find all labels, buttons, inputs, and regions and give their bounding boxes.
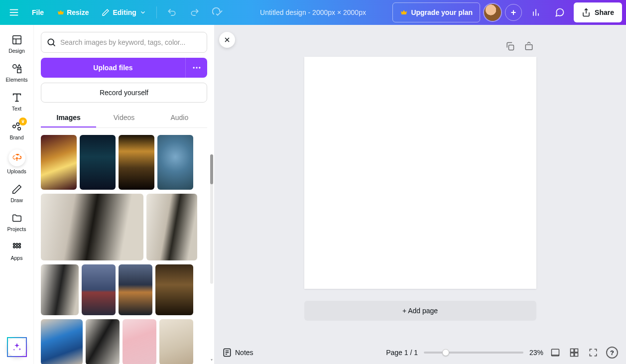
resize-button[interactable]: Resize — [52, 2, 94, 22]
topbar: File Resize Editing Untitled design - 20… — [0, 0, 626, 25]
upload-thumbnail[interactable] — [155, 264, 193, 315]
share-label: Share — [595, 8, 614, 16]
upload-thumbnail[interactable] — [41, 319, 83, 364]
expand-up-icon — [524, 41, 534, 51]
upload-thumbnail[interactable] — [146, 194, 197, 260]
nav-uploads[interactable]: Uploads — [2, 146, 32, 177]
upload-thumbnail[interactable] — [119, 264, 152, 315]
undo-button[interactable] — [162, 2, 182, 22]
svg-line-25 — [53, 44, 55, 46]
upload-thumbnail[interactable] — [159, 319, 193, 364]
search-input[interactable] — [60, 38, 202, 46]
svg-point-22 — [16, 246, 18, 248]
nav-projects[interactable]: Projects — [2, 209, 32, 235]
main-area: Design Elements Text ♛ Brand Uploads Dra… — [0, 25, 626, 364]
svg-rect-40 — [575, 349, 578, 353]
record-yourself-button[interactable]: Record yourself — [41, 83, 207, 103]
svg-point-27 — [196, 67, 197, 68]
svg-point-24 — [48, 39, 54, 45]
pencil-icon — [11, 184, 22, 195]
canvas-stage — [304, 57, 536, 289]
add-collaborator-button[interactable]: + — [505, 4, 522, 21]
avatar[interactable] — [484, 4, 501, 21]
zoom-slider-thumb[interactable] — [442, 349, 449, 356]
upload-thumbnail[interactable] — [82, 264, 116, 315]
folder-icon — [11, 213, 22, 224]
fullscreen-button[interactable] — [587, 347, 599, 359]
add-page-button[interactable]: + Add page — [304, 301, 536, 321]
chevron-down-icon — [139, 9, 146, 16]
zoom-slider[interactable] — [424, 352, 523, 354]
uploads-panel: Upload files Record yourself Images Vide… — [34, 25, 214, 364]
nav-text[interactable]: Text — [2, 89, 32, 115]
fullscreen-icon — [588, 348, 598, 358]
editing-mode-button[interactable]: Editing — [97, 2, 151, 22]
chat-bubble-icon — [555, 7, 565, 17]
plus-icon: + — [511, 7, 516, 18]
grid-view-button[interactable] — [568, 347, 580, 359]
gallery-row — [41, 194, 207, 260]
page-indicator[interactable]: Page 1 / 1 — [386, 349, 418, 357]
page-view-button[interactable] — [549, 347, 561, 359]
zoom-percentage[interactable]: 23% — [529, 349, 543, 357]
upgrade-label: Upgrade your plan — [411, 8, 473, 16]
text-icon — [11, 92, 22, 103]
upload-row: Upload files — [41, 58, 207, 78]
svg-point-19 — [16, 243, 18, 245]
help-button[interactable]: ? — [606, 347, 618, 359]
add-page-label: + Add page — [402, 307, 438, 315]
document-title[interactable]: Untitled design - 2000px × 2000px — [260, 8, 366, 16]
nav-draw[interactable]: Draw — [2, 180, 32, 206]
expand-page-button[interactable] — [521, 39, 536, 54]
cloud-sync-button[interactable] — [208, 2, 228, 22]
tab-images[interactable]: Images — [41, 109, 96, 127]
upload-thumbnail[interactable] — [80, 135, 116, 190]
file-menu-button[interactable]: File — [27, 2, 49, 22]
nav-elements-label: Elements — [6, 77, 28, 83]
comments-button[interactable] — [550, 2, 570, 22]
panel-scroll-arrow[interactable]: ▾ — [210, 358, 213, 361]
duplicate-page-button[interactable] — [502, 39, 517, 54]
nav-apps[interactable]: Apps — [2, 238, 32, 264]
tab-videos[interactable]: Videos — [96, 109, 151, 127]
canvas-page[interactable] — [304, 57, 536, 289]
bottombar-right: ? — [549, 347, 618, 359]
upload-thumbnail[interactable] — [41, 194, 143, 260]
redo-icon — [190, 7, 200, 17]
upload-thumbnail[interactable] — [119, 135, 154, 190]
close-panel-button[interactable] — [219, 32, 235, 48]
nav-apps-label: Apps — [11, 255, 23, 261]
topbar-right: Upgrade your plan + Share — [392, 2, 622, 22]
share-button[interactable]: Share — [574, 2, 622, 22]
analytics-button[interactable] — [526, 2, 546, 22]
resize-label: Resize — [67, 8, 89, 16]
nav-elements[interactable]: Elements — [2, 60, 32, 86]
nav-brand[interactable]: ♛ Brand — [2, 118, 32, 143]
panel-scrollbar[interactable] — [210, 154, 213, 284]
tab-audio[interactable]: Audio — [152, 109, 207, 127]
template-icon — [11, 34, 22, 45]
upload-thumbnail[interactable] — [157, 135, 193, 190]
upload-thumbnail[interactable] — [41, 135, 77, 190]
upload-thumbnail[interactable] — [123, 319, 156, 364]
tab-videos-label: Videos — [114, 114, 135, 121]
svg-point-15 — [12, 125, 15, 128]
upload-thumbnail[interactable] — [41, 264, 79, 315]
upload-more-button[interactable] — [185, 58, 207, 78]
nav-text-label: Text — [12, 106, 21, 112]
page-layout-icon — [550, 348, 560, 358]
image-gallery — [41, 135, 207, 364]
upload-files-button[interactable]: Upload files — [41, 58, 185, 78]
redo-button[interactable] — [185, 2, 205, 22]
notes-button[interactable]: Notes — [222, 348, 253, 358]
shapes-icon — [11, 63, 22, 74]
hamburger-menu-button[interactable] — [4, 2, 24, 22]
divider — [156, 6, 157, 18]
pencil-icon — [102, 8, 110, 16]
bottombar-center: Page 1 / 1 23% ? — [386, 347, 618, 359]
magic-button[interactable] — [7, 337, 27, 357]
crown-badge-icon: ♛ — [19, 118, 27, 125]
upload-thumbnail[interactable] — [86, 319, 120, 364]
upgrade-plan-button[interactable]: Upgrade your plan — [392, 2, 480, 22]
nav-design[interactable]: Design — [2, 31, 32, 57]
